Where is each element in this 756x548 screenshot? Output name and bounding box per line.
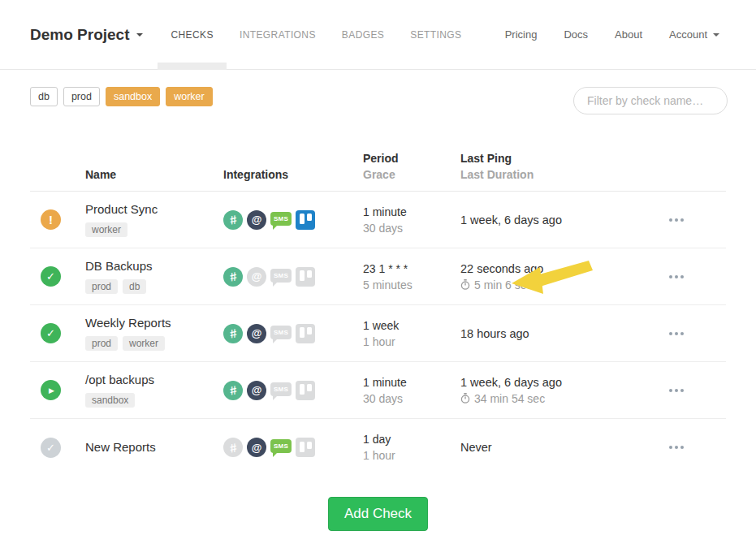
- header-period-grace: Period Grace: [363, 150, 460, 183]
- last-ping-value: 1 week, 6 days ago: [460, 214, 642, 227]
- row-menu-button[interactable]: [666, 214, 687, 227]
- nav-link-pricing[interactable]: Pricing: [505, 28, 538, 41]
- status-icon: [41, 438, 61, 458]
- tag-filter-worker[interactable]: worker: [166, 87, 213, 106]
- project-switcher[interactable]: Demo Project: [30, 26, 143, 44]
- trello-icon: [296, 267, 315, 287]
- table-row: Weekly Reports prod worker SMS 1 week 1 …: [30, 305, 726, 362]
- slack-icon: [223, 438, 243, 457]
- header-lastping-duration: Last Ping Last Duration: [460, 150, 642, 183]
- tag-filter-group: db prod sandbox worker: [30, 87, 213, 106]
- project-name: Demo Project: [30, 26, 129, 44]
- trello-icon: [296, 438, 315, 457]
- table-row: New Reports SMS 1 day 1 hour Never: [30, 419, 726, 476]
- sms-icon: SMS: [270, 439, 292, 453]
- trello-icon: [296, 324, 315, 343]
- tag-filter-db[interactable]: db: [30, 87, 58, 106]
- last-duration-value: 34 min 54 sec: [474, 392, 545, 405]
- check-tag: prod: [85, 336, 118, 351]
- sms-icon: SMS: [270, 269, 292, 283]
- add-check-button[interactable]: Add Check: [328, 497, 428, 531]
- check-name-link[interactable]: DB Backups: [85, 259, 153, 273]
- grace-value: 1 hour: [363, 447, 460, 464]
- period-value: 23 1 * * *: [363, 261, 460, 277]
- row-menu-button[interactable]: [666, 270, 687, 283]
- stopwatch-icon: [460, 393, 470, 403]
- period-value: 1 week: [363, 317, 460, 334]
- filter-toolbar: db prod sandbox worker: [0, 70, 756, 114]
- nav-tabs: CHECKS INTEGRATIONS BADGES SETTINGS: [158, 0, 474, 69]
- grace-value: 30 days: [363, 220, 460, 236]
- last-ping-value: 18 hours ago: [460, 327, 642, 340]
- table-row: Product Sync worker SMS 1 minute 30 days…: [30, 192, 726, 248]
- period-value: 1 day: [363, 431, 460, 447]
- stopwatch-icon: [460, 279, 470, 290]
- status-icon: [41, 209, 61, 230]
- email-icon: [247, 438, 266, 457]
- email-icon: [247, 381, 266, 400]
- check-name-link[interactable]: Product Sync: [85, 202, 158, 216]
- nav-link-docs[interactable]: Docs: [564, 28, 588, 41]
- check-name-filter-input[interactable]: [573, 87, 728, 114]
- grace-value: 30 days: [363, 391, 460, 407]
- row-menu-button[interactable]: [666, 384, 687, 397]
- status-icon: [41, 380, 61, 400]
- sms-icon: SMS: [270, 212, 292, 226]
- caret-down-icon: [136, 33, 143, 40]
- last-ping-value: Never: [460, 441, 642, 454]
- table-row: DB Backups prod db SMS 23 1 * * * 5 minu…: [30, 248, 726, 305]
- status-icon: [41, 323, 61, 343]
- table-header: Name Integrations Period Grace Last Ping…: [30, 150, 726, 192]
- check-tag: worker: [85, 222, 127, 237]
- email-icon: [247, 267, 266, 287]
- period-value: 1 minute: [363, 374, 460, 391]
- secondary-nav: Pricing Docs About Account: [505, 28, 719, 41]
- grace-value: 1 hour: [363, 334, 460, 350]
- sms-icon: SMS: [270, 326, 292, 339]
- tag-filter-sandbox[interactable]: sandbox: [106, 87, 160, 106]
- email-icon: [247, 210, 266, 230]
- header-name: Name: [85, 166, 223, 183]
- slack-icon: [223, 267, 243, 287]
- last-ping-value: 1 week, 6 days ago: [460, 376, 642, 389]
- top-nav: Demo Project CHECKS INTEGRATIONS BADGES …: [0, 0, 756, 70]
- header-integrations: Integrations: [223, 166, 363, 183]
- status-icon: [41, 266, 61, 287]
- checks-page: Demo Project CHECKS INTEGRATIONS BADGES …: [0, 0, 756, 548]
- grace-value: 5 minutes: [363, 277, 460, 293]
- check-tag: sandbox: [85, 393, 135, 408]
- nav-link-about[interactable]: About: [615, 28, 642, 41]
- check-tag: prod: [85, 279, 118, 294]
- row-menu-button[interactable]: [666, 327, 687, 340]
- check-tag: worker: [123, 336, 165, 351]
- trello-icon: [296, 381, 315, 400]
- slack-icon: [223, 210, 243, 230]
- check-name-link[interactable]: Weekly Reports: [85, 316, 171, 330]
- email-icon: [247, 324, 266, 343]
- tab-integrations[interactable]: INTEGRATIONS: [227, 0, 329, 69]
- account-menu[interactable]: Account: [669, 28, 719, 41]
- check-tag: db: [123, 279, 146, 294]
- caret-down-icon: [713, 33, 719, 40]
- tab-badges[interactable]: BADGES: [329, 0, 397, 69]
- last-duration-value: 5 min 6 sec: [474, 278, 533, 291]
- slack-icon: [223, 324, 243, 343]
- last-ping-value: 22 seconds ago: [460, 262, 642, 275]
- tab-settings[interactable]: SETTINGS: [397, 0, 474, 69]
- check-name-link[interactable]: New Reports: [85, 440, 156, 454]
- account-label: Account: [669, 28, 707, 41]
- tag-filter-prod[interactable]: prod: [63, 87, 100, 106]
- row-menu-button[interactable]: [666, 441, 687, 454]
- checks-table: Name Integrations Period Grace Last Ping…: [30, 150, 726, 476]
- period-value: 1 minute: [363, 204, 460, 220]
- tab-checks[interactable]: CHECKS: [158, 0, 226, 69]
- table-row: /opt backups sandbox SMS 1 minute 30 day…: [30, 362, 726, 419]
- sms-icon: SMS: [270, 382, 292, 396]
- trello-icon: [296, 210, 315, 230]
- slack-icon: [223, 381, 243, 400]
- check-name-link[interactable]: /opt backups: [85, 373, 154, 386]
